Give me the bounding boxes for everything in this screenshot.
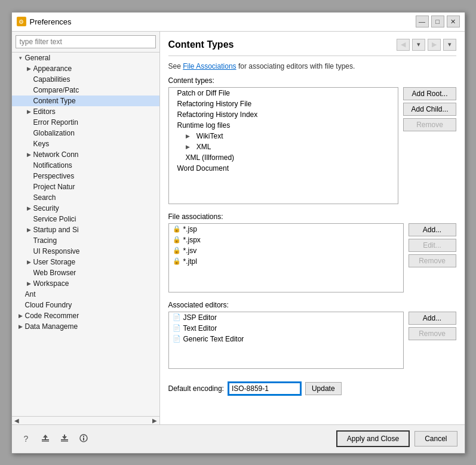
file-assoc-section: 🔒 *.jsp 🔒 *.jspx 🔒 *.jsv 🔒 (168, 223, 456, 295)
expand-icon-ui (25, 247, 33, 255)
lock-icon-jsp: 🔒 (173, 225, 181, 233)
sidebar-item-appearance[interactable]: ▶ Appearance (12, 63, 159, 74)
list-item[interactable]: 🔒 *.jsv (169, 245, 403, 256)
assoc-editors-buttons: Add... Remove (409, 312, 456, 371)
sidebar-item-data-manageme[interactable]: ▶ Data Manageme (12, 321, 159, 332)
expand-icon-error (25, 118, 33, 127)
list-item[interactable]: 🔒 *.jtpl (169, 256, 403, 267)
editor-icon-jsp: 📄 (173, 313, 181, 321)
scroll-right-arrow[interactable]: ▶ (152, 417, 157, 424)
list-item[interactable]: Runtime log files (169, 120, 398, 131)
expand-icon-content-type (25, 97, 33, 105)
sidebar-item-network[interactable]: ▶ Network Conn (12, 149, 159, 160)
item-text-editor: Text Editor (183, 324, 217, 332)
add-editor-button[interactable]: Add... (409, 312, 456, 325)
minimize-button[interactable]: — (416, 16, 429, 27)
sidebar-item-globalization[interactable]: Globalization (12, 128, 159, 138)
forward-button[interactable]: ▶ (428, 39, 441, 51)
sidebar-item-capabilities[interactable]: Capabilities (12, 74, 159, 85)
list-item[interactable]: 🔒 *.jspx (169, 235, 403, 245)
list-item[interactable]: 📄 Text Editor (169, 323, 403, 334)
desc-prefix: See (168, 62, 183, 70)
sidebar-item-web-browser[interactable]: Web Browser (12, 267, 159, 278)
sidebar-item-ui-responsive[interactable]: UI Responsive (12, 246, 159, 257)
list-item[interactable]: 📄 JSP Editor (169, 312, 403, 323)
encoding-input[interactable] (229, 383, 300, 395)
list-item[interactable]: ▶ WikiText (169, 131, 398, 141)
sidebar-item-service-polici[interactable]: Service Polici (12, 214, 159, 224)
sidebar-item-keys[interactable]: Keys (12, 138, 159, 149)
list-item[interactable]: Refactoring History File (169, 98, 398, 109)
sidebar-item-cloud-foundry[interactable]: Cloud Foundry (12, 300, 159, 310)
expand-icon-editors: ▶ (25, 107, 33, 116)
back-button[interactable]: ◀ (397, 39, 410, 51)
sidebar-item-workspace[interactable]: ▶ Workspace (12, 278, 159, 289)
list-item[interactable]: 📄 Generic Text Editor (169, 334, 403, 344)
item-jsp-editor: JSP Editor (183, 313, 217, 322)
expand-icon-cloud (17, 301, 25, 309)
sidebar-item-error-reporting[interactable]: Error Reportin (12, 117, 159, 128)
sidebar-item-tracing[interactable]: Tracing (12, 235, 159, 246)
remove-content-button[interactable]: Remove (403, 118, 456, 131)
editor-icon-generic: 📄 (173, 335, 181, 343)
item-jsv: *.jsv (183, 247, 197, 255)
sidebar-item-editors[interactable]: ▶ Editors (12, 106, 159, 117)
add-assoc-button[interactable]: Add... (409, 223, 456, 236)
list-item[interactable]: Patch or Diff File (169, 88, 398, 98)
expand-icon-glob (25, 129, 33, 137)
assoc-editors-label: Associated editors: (168, 301, 456, 309)
maximize-button[interactable]: □ (431, 16, 444, 27)
file-assoc-list[interactable]: 🔒 *.jsp 🔒 *.jspx 🔒 *.jsv 🔒 (168, 223, 404, 292)
forward-dropdown-button[interactable]: ▾ (443, 39, 456, 51)
sidebar-label-glob: Globalization (33, 129, 157, 137)
sidebar-item-compare-patch[interactable]: Compare/Patc (12, 85, 159, 96)
apply-close-button[interactable]: Apply and Close (336, 430, 410, 447)
list-item[interactable]: ▶ XML (169, 141, 398, 152)
footer: ? (12, 424, 465, 453)
file-associations-link[interactable]: File Associations (183, 62, 236, 70)
sidebar-item-startup[interactable]: ▶ Startup and Si (12, 224, 159, 235)
list-item[interactable]: Refactoring History Index (169, 109, 398, 120)
import-icon (60, 433, 69, 445)
list-item[interactable]: 🔒 *.jsp (169, 224, 403, 235)
export-button[interactable] (38, 432, 53, 446)
item-xml-illformed: XML (Illformed) (186, 153, 235, 162)
edit-assoc-button[interactable]: Edit... (409, 239, 456, 252)
info-button[interactable] (76, 432, 91, 446)
sidebar-item-perspectives[interactable]: Perspectives (12, 171, 159, 181)
expand-icon-data: ▶ (17, 322, 25, 331)
item-jsp: *.jsp (183, 225, 197, 233)
sidebar-item-content-type[interactable]: Content Type (12, 96, 159, 106)
sidebar-item-notifications[interactable]: Notifications (12, 160, 159, 171)
sidebar-item-project-nature[interactable]: Project Natur (12, 181, 159, 192)
sidebar-item-ant[interactable]: Ant (12, 289, 159, 300)
sidebar-item-user-storage[interactable]: ▶ User Storage (12, 257, 159, 267)
window-icon: ⚙ (17, 17, 26, 26)
sidebar-item-general[interactable]: ▾ General (12, 53, 159, 63)
expand-icon-proj (25, 183, 33, 191)
sidebar-item-code-recommer[interactable]: ▶ Code Recommer (12, 310, 159, 321)
add-root-button[interactable]: Add Root... (403, 87, 456, 100)
item-word-doc: Word Document (177, 164, 229, 173)
sidebar-label-data: Data Manageme (25, 322, 157, 331)
help-button[interactable]: ? (19, 432, 33, 446)
remove-assoc-button[interactable]: Remove (409, 254, 456, 267)
close-button[interactable]: ✕ (447, 16, 460, 27)
update-button[interactable]: Update (305, 382, 342, 395)
list-item[interactable]: Word Document (169, 163, 398, 174)
right-panel: Content Types ◀ ▾ ▶ ▾ See File Associati… (160, 32, 465, 424)
search-input[interactable] (16, 35, 156, 48)
cancel-button[interactable]: Cancel (414, 431, 457, 446)
import-button[interactable] (57, 432, 72, 446)
sidebar-label-keys: Keys (33, 140, 157, 148)
window-title: Preferences (30, 17, 416, 26)
content-types-list[interactable]: Patch or Diff File Refactoring History F… (168, 87, 399, 204)
list-item[interactable]: XML (Illformed) (169, 152, 398, 163)
remove-editor-button[interactable]: Remove (409, 327, 456, 340)
sidebar-item-search[interactable]: Search (12, 192, 159, 203)
assoc-editors-list[interactable]: 📄 JSP Editor 📄 Text Editor 📄 Generic Tex… (168, 312, 404, 369)
scroll-left-arrow[interactable]: ◀ (14, 417, 19, 424)
add-child-button[interactable]: Add Child... (403, 103, 456, 116)
back-dropdown-button[interactable]: ▾ (412, 39, 425, 51)
sidebar-item-security[interactable]: ▶ Security (12, 203, 159, 214)
